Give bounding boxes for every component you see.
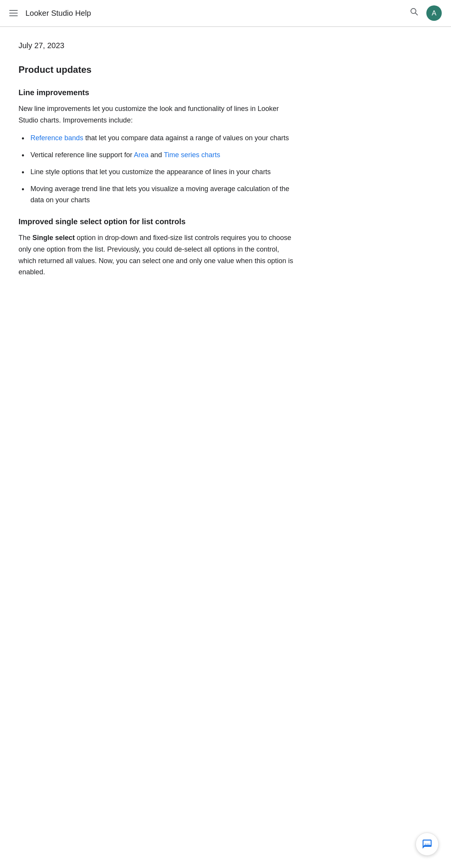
main-content: July 27, 2023 Product updates Line impro… — [0, 27, 316, 307]
subsection2-title: Improved single select option for list c… — [19, 215, 298, 228]
subsection1-intro: New line improvements let you customize … — [19, 103, 298, 126]
list-item: Line style options that let you customiz… — [19, 166, 298, 178]
reference-bands-link[interactable]: Reference bands — [30, 134, 83, 142]
bullet-item-2-mid: and — [150, 151, 164, 159]
bullet-item-2-content: Vertical reference line support for Area… — [30, 149, 220, 161]
search-icon[interactable] — [409, 7, 419, 20]
bullet-item-1-suffix: that let you compare data against a rang… — [85, 134, 289, 142]
header: Looker Studio Help A — [0, 0, 451, 27]
bullet-list: Reference bands that let you compare dat… — [19, 133, 298, 206]
time-series-charts-link[interactable]: Time series charts — [164, 151, 220, 159]
svg-line-1 — [416, 13, 418, 15]
avatar[interactable]: A — [426, 5, 442, 21]
list-item: Moving average trend line that lets you … — [19, 183, 298, 206]
subsection1-title: Line improvements — [19, 86, 298, 99]
subsection2-body-prefix: The — [19, 234, 32, 242]
list-item: Reference bands that let you compare dat… — [19, 133, 298, 144]
subsection2-body: The Single select option in drop-down an… — [19, 232, 298, 278]
subsection2-body-bold: Single select — [32, 234, 75, 242]
area-link[interactable]: Area — [134, 151, 148, 159]
bullet-item-4-content: Moving average trend line that lets you … — [30, 183, 298, 206]
section-title: Product updates — [19, 62, 298, 77]
header-title: Looker Studio Help — [25, 7, 409, 19]
bullet-item-1-content: Reference bands that let you compare dat… — [30, 133, 289, 144]
bullet-item-3-content: Line style options that let you customiz… — [30, 166, 271, 178]
menu-icon[interactable] — [9, 10, 18, 16]
bullet-item-2-prefix: Vertical reference line support for — [30, 151, 134, 159]
list-item: Vertical reference line support for Area… — [19, 149, 298, 161]
date-label: July 27, 2023 — [19, 39, 298, 52]
